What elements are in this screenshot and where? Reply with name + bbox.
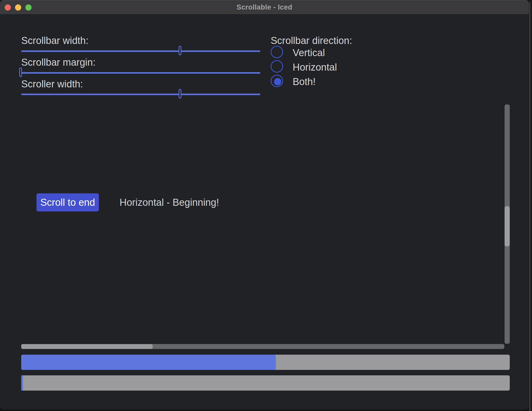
slider-handle[interactable]	[179, 46, 181, 55]
window-title: Scrollable - Iced	[0, 0, 529, 15]
scrollbar-direction-label: Scrollbar direction:	[271, 34, 352, 47]
desktop-edge-line	[529, 3, 530, 411]
radio-vertical[interactable]	[271, 46, 283, 58]
radio-dot	[274, 78, 281, 85]
slider-rail[interactable]	[21, 50, 260, 52]
vertical-progress-bar	[21, 375, 510, 391]
scrollbar-width-slider[interactable]	[21, 46, 260, 57]
scroller-width-label: Scroller width:	[21, 78, 83, 90]
screen: Scrollable - Iced Scrollbar width: Scrol…	[0, 0, 532, 411]
app-window: Scrollable - Iced Scrollbar width: Scrol…	[0, 0, 529, 409]
progress-fill	[21, 355, 276, 370]
slider-handle[interactable]	[19, 67, 22, 77]
scroller-width-slider[interactable]	[21, 89, 260, 100]
radio-both[interactable]	[271, 75, 283, 87]
slider-rail[interactable]	[21, 72, 260, 74]
radio-both-label[interactable]: Both!	[293, 75, 316, 88]
vertical-scrollbar-track[interactable]	[505, 104, 510, 344]
scroll-to-end-button[interactable]: Scroll to end	[36, 193, 99, 211]
horizontal-scrollbar-thumb[interactable]	[21, 344, 153, 349]
horizontal-progress-bar	[21, 355, 510, 370]
radio-horizontal[interactable]	[271, 60, 283, 73]
scrollbar-width-label: Scrollbar width:	[21, 34, 88, 47]
slider-handle[interactable]	[179, 89, 181, 98]
titlebar[interactable]: Scrollable - Iced	[0, 0, 529, 14]
radio-horizontal-label[interactable]: Horizontal	[293, 61, 337, 73]
slider-rail[interactable]	[21, 94, 260, 95]
horizontal-scrollbar-track[interactable]	[21, 344, 504, 349]
scrollbar-margin-slider[interactable]	[21, 67, 260, 79]
scroll-status-text: Horizontal - Beginning!	[120, 196, 219, 209]
radio-vertical-label[interactable]: Vertical	[293, 47, 325, 59]
vertical-scrollbar-thumb[interactable]	[505, 206, 510, 246]
progress-fill	[21, 375, 23, 391]
scrollbar-margin-label: Scrollbar margin:	[21, 56, 95, 68]
